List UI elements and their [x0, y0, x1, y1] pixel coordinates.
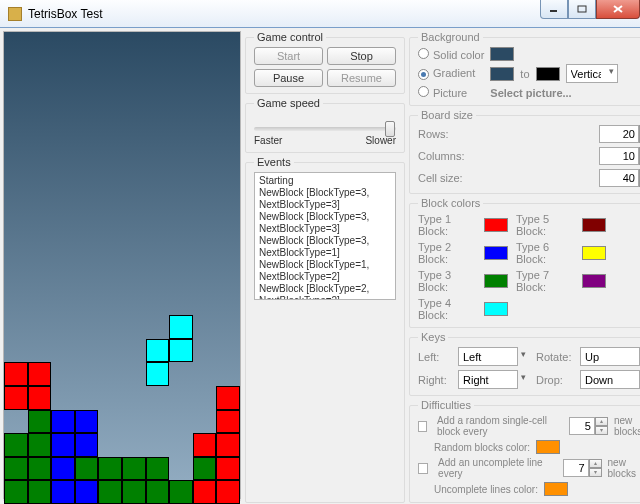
gradient-from-swatch[interactable]	[490, 67, 514, 81]
window-title: TetrisBox Test	[28, 7, 102, 21]
key-right[interactable]	[458, 370, 518, 389]
block-color-swatch[interactable]	[582, 246, 606, 260]
label-key-rotate: Rotate:	[536, 351, 574, 363]
uncomplete-count[interactable]	[563, 459, 589, 477]
select-picture-link[interactable]: Select picture...	[490, 87, 640, 99]
legend-block-colors: Block colors	[418, 197, 483, 209]
gradient-to-swatch[interactable]	[536, 67, 560, 81]
tetris-cell	[169, 480, 193, 504]
block-color-label: Type 1 Block:	[418, 213, 478, 237]
tetris-cell	[28, 480, 52, 504]
keys-group: Keys Left: Rotate: Right: Drop:	[409, 331, 640, 396]
label-cols: Columns:	[418, 150, 478, 162]
block-colors-group: Block colors Type 1 Block:Type 5 Block:T…	[409, 197, 640, 328]
tetris-cell	[51, 410, 75, 434]
tetris-cell	[146, 457, 170, 481]
speed-slider[interactable]	[254, 127, 396, 131]
tetris-cell	[28, 386, 52, 410]
block-color-swatch[interactable]	[582, 274, 606, 288]
key-rotate[interactable]	[580, 347, 640, 366]
event-line: NewBlock [BlockType=3, NextBlockType=3]	[259, 211, 391, 235]
game-control-group: Game control Start Stop Pause Resume	[245, 31, 405, 94]
speed-thumb[interactable]	[385, 121, 395, 137]
event-line: NewBlock [BlockType=3, NextBlockType=1]	[259, 235, 391, 259]
event-line: Starting	[259, 175, 391, 187]
solid-color-swatch[interactable]	[490, 47, 514, 61]
tetris-cell	[122, 480, 146, 504]
legend-events: Events	[254, 156, 294, 168]
tetris-cell	[75, 433, 99, 457]
chk-uncomplete[interactable]	[418, 463, 428, 474]
cellsize-input[interactable]	[599, 169, 639, 187]
label-cellsize: Cell size:	[418, 172, 478, 184]
block-color-label: Type 7 Block:	[516, 269, 576, 293]
close-button[interactable]	[596, 0, 640, 19]
events-group: Events StartingNewBlock [BlockType=3, Ne…	[245, 156, 405, 503]
tetris-cell	[193, 433, 217, 457]
tetris-cell	[28, 410, 52, 434]
tetris-cell	[28, 362, 52, 386]
label-key-drop: Drop:	[536, 374, 574, 386]
svg-rect-1	[578, 6, 586, 12]
tetris-cell	[98, 480, 122, 504]
board-wrap	[3, 31, 241, 501]
tetris-cell	[216, 410, 240, 434]
block-color-label: Type 5 Block:	[516, 213, 576, 237]
tetris-cell	[98, 457, 122, 481]
tetris-cell	[28, 457, 52, 481]
tetris-cell	[4, 362, 28, 386]
block-color-swatch[interactable]	[484, 218, 508, 232]
background-group: Background Solid color Gradient to Pictu…	[409, 31, 640, 106]
radio-picture[interactable]: Picture	[418, 86, 484, 99]
legend-board-size: Board size	[418, 109, 476, 121]
block-color-swatch[interactable]	[484, 302, 508, 316]
cols-input[interactable]	[599, 147, 639, 165]
tetris-cell	[4, 457, 28, 481]
tetris-cell	[216, 457, 240, 481]
tetris-cell	[75, 410, 99, 434]
single-cell-count[interactable]	[569, 417, 595, 435]
event-line: NewBlock [BlockType=2, NextBlockType=2]	[259, 283, 391, 300]
event-line: NewBlock [BlockType=1, NextBlockType=2]	[259, 259, 391, 283]
tetris-cell	[28, 433, 52, 457]
block-color-swatch[interactable]	[484, 274, 508, 288]
tetris-cell	[51, 457, 75, 481]
radio-solid[interactable]: Solid color	[418, 48, 484, 61]
legend-game-control: Game control	[254, 31, 326, 43]
block-color-swatch[interactable]	[582, 218, 606, 232]
pause-button[interactable]: Pause	[254, 69, 323, 87]
legend-difficulties: Difficulties	[418, 399, 474, 411]
label-key-right: Right:	[418, 374, 452, 386]
uncomplete-color-swatch[interactable]	[544, 482, 568, 496]
tetris-cell	[146, 480, 170, 504]
events-list[interactable]: StartingNewBlock [BlockType=3, NextBlock…	[254, 172, 396, 300]
key-drop[interactable]	[580, 370, 640, 389]
gradient-direction[interactable]	[566, 64, 618, 83]
legend-background: Background	[418, 31, 483, 43]
stop-button[interactable]: Stop	[327, 47, 396, 65]
tetris-cell	[4, 480, 28, 504]
game-speed-group: Game speed Faster Slower	[245, 97, 405, 153]
tetris-cell	[146, 339, 170, 363]
block-color-label: Type 6 Block:	[516, 241, 576, 265]
key-left[interactable]	[458, 347, 518, 366]
difficulties-group: Difficulties Add a random single-cell bl…	[409, 399, 640, 503]
minimize-button[interactable]	[540, 0, 568, 19]
radio-gradient[interactable]: Gradient	[418, 67, 484, 80]
random-color-swatch[interactable]	[536, 440, 560, 454]
tetris-cell	[4, 386, 28, 410]
block-color-label: Type 4 Block:	[418, 297, 478, 321]
chk-single-cell[interactable]	[418, 421, 427, 432]
tetris-cell	[146, 362, 170, 386]
resume-button[interactable]: Resume	[327, 69, 396, 87]
game-board[interactable]	[3, 31, 241, 499]
maximize-button[interactable]	[568, 0, 596, 19]
block-color-swatch[interactable]	[484, 246, 508, 260]
app-icon	[8, 7, 22, 21]
rows-input[interactable]	[599, 125, 639, 143]
tetris-cell	[122, 457, 146, 481]
start-button[interactable]: Start	[254, 47, 323, 65]
tetris-cell	[216, 433, 240, 457]
tetris-cell	[51, 480, 75, 504]
tetris-cell	[169, 315, 193, 339]
